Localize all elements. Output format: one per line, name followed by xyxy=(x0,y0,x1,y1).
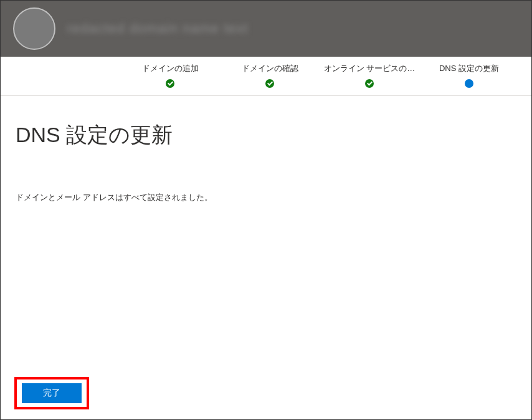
finish-button[interactable]: 完了 xyxy=(22,383,82,403)
footer: 完了 xyxy=(14,377,89,409)
active-step-icon xyxy=(465,79,473,88)
check-icon xyxy=(365,79,374,88)
header-title-obscured: redacted domain name text xyxy=(67,21,249,37)
page-title: DNS 設定の更新 xyxy=(16,121,516,150)
main-content: DNS 設定の更新 ドメインとメール アドレスはすべて設定されました。 xyxy=(1,96,531,216)
header-bar: redacted domain name text xyxy=(1,1,531,57)
step-add-domain: ドメインの追加 xyxy=(120,63,220,88)
step-indicator xyxy=(120,79,220,88)
step-label: ドメインの追加 xyxy=(120,63,220,74)
step-online-services: オンライン サービスの… xyxy=(320,63,419,88)
step-label: オンライン サービスの… xyxy=(320,63,419,74)
check-icon xyxy=(166,79,174,88)
step-verify-domain: ドメインの確認 xyxy=(220,63,320,88)
step-indicator xyxy=(220,79,320,88)
step-indicator xyxy=(419,79,519,88)
page-message: ドメインとメール アドレスはすべて設定されました。 xyxy=(16,192,516,203)
check-icon xyxy=(265,79,274,88)
avatar xyxy=(13,7,55,50)
step-label: ドメインの確認 xyxy=(220,63,320,74)
wizard-steps: ドメインの追加 ドメインの確認 オンライン サービスの… DNS 設定の更新 xyxy=(1,57,531,96)
step-dns-update: DNS 設定の更新 xyxy=(419,63,519,88)
step-indicator xyxy=(320,79,419,88)
step-label: DNS 設定の更新 xyxy=(419,63,519,74)
highlight-annotation: 完了 xyxy=(14,377,89,409)
